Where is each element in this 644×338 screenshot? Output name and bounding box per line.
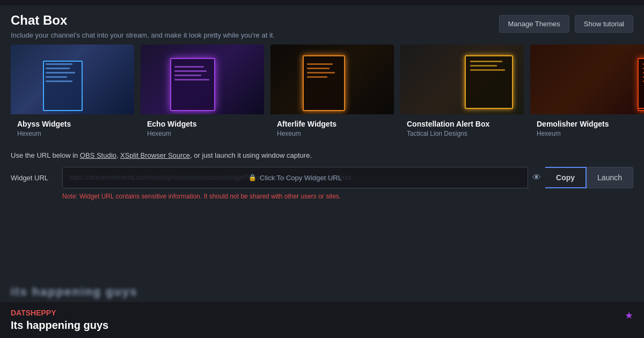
page-description: Include your channel's chat into your st… — [11, 31, 275, 39]
theme-info-demolisher: Demolisher Widgets Hexeum — [530, 114, 644, 143]
chat-username: DATSHEPPY — [11, 308, 625, 317]
afterlife-line-4 — [307, 76, 327, 78]
xsplit-link[interactable]: XSplit Browser Source — [120, 151, 190, 159]
theme-name-afterlife: Afterlife Widgets — [277, 120, 387, 128]
echo-line-1 — [174, 66, 204, 68]
page-title: Chat Box — [11, 13, 275, 28]
url-section: Use the URL below in OBS Studio, XSplit … — [0, 151, 644, 205]
abyss-line-1 — [46, 63, 72, 65]
theme-card-abyss[interactable]: Abyss Widgets Hexeum — [11, 45, 134, 143]
afterlife-line-1 — [307, 63, 333, 65]
theme-author-abyss: Hexeum — [17, 130, 128, 137]
header: Chat Box Include your channel's chat int… — [0, 5, 644, 45]
theme-info-abyss: Abyss Widgets Hexeum — [11, 114, 134, 143]
theme-thumbnail-abyss — [11, 45, 134, 114]
afterlife-line-3 — [307, 72, 335, 74]
url-copy-label[interactable]: 🔒 Click To Copy Widget URL — [248, 174, 342, 182]
theme-info-echo: Echo Widgets Hexeum — [141, 114, 264, 143]
theme-card-echo[interactable]: Echo Widgets Hexeum — [141, 45, 264, 143]
eye-toggle-button[interactable]: 👁 — [528, 173, 545, 182]
manage-themes-button[interactable]: Manage Themes — [499, 15, 569, 33]
theme-thumbnail-demolisher — [530, 45, 644, 114]
show-tutorial-button[interactable]: Show tutorial — [575, 15, 633, 33]
theme-name-echo: Echo Widgets — [147, 120, 258, 128]
theme-thumbnail-afterlife — [270, 45, 394, 114]
theme-card-afterlife[interactable]: Afterlife Widgets Hexeum — [270, 45, 394, 143]
lock-icon: 🔒 — [248, 174, 257, 181]
star-icon: ★ — [625, 310, 633, 321]
abyss-line-2 — [46, 68, 70, 69]
chat-message-box: DATSHEPPY Its happening guys ★ — [0, 302, 644, 338]
abyss-line-3 — [46, 72, 75, 74]
header-right: Manage Themes Show tutorial — [499, 15, 633, 33]
copy-label-text: Click To Copy Widget URL — [260, 174, 342, 182]
theme-card-constellation[interactable]: Constellation Alert Box Tactical Lion De… — [400, 45, 524, 143]
theme-info-afterlife: Afterlife Widgets Hexeum — [270, 114, 394, 143]
theme-thumbnail-echo — [141, 45, 264, 114]
widget-url-label: Widget URL — [11, 174, 54, 182]
theme-name-abyss: Abyss Widgets — [17, 120, 128, 128]
theme-author-constellation: Tactical Lion Designs — [407, 130, 517, 137]
themes-grid: Abyss Widgets Hexeum Echo Widgets Hexeum — [0, 45, 644, 143]
abyss-line-5 — [46, 80, 72, 82]
launch-button[interactable]: Launch — [587, 167, 633, 188]
constellation-box — [465, 55, 513, 109]
abyss-lines-overlay — [46, 63, 75, 82]
theme-info-constellation: Constellation Alert Box Tactical Lion De… — [400, 114, 524, 143]
echo-line-4 — [174, 79, 209, 80]
theme-name-constellation: Constellation Alert Box — [407, 120, 517, 128]
echo-line-3 — [174, 75, 201, 76]
theme-card-demolisher[interactable]: Demolisher Widgets Hexeum — [530, 45, 644, 143]
chat-blurred-text: its happening guys — [0, 281, 644, 302]
obs-link[interactable]: OBS Studio — [80, 151, 116, 159]
chat-preview: its happening guys DATSHEPPY Its happeni… — [0, 281, 644, 338]
const-line-3 — [470, 69, 505, 71]
theme-author-afterlife: Hexeum — [277, 130, 387, 137]
const-line-2 — [470, 65, 497, 67]
chat-message-inner: DATSHEPPY Its happening guys — [11, 308, 625, 332]
theme-name-demolisher: Demolisher Widgets — [537, 120, 644, 128]
chat-text: Its happening guys — [11, 319, 625, 332]
afterlife-lines-overlay — [307, 63, 335, 78]
theme-thumbnail-constellation — [400, 45, 524, 114]
echo-lines-overlay — [174, 66, 209, 80]
top-bar — [0, 0, 644, 5]
echo-line-2 — [174, 70, 207, 72]
copy-button[interactable]: Copy — [545, 167, 587, 188]
url-note: Note: Widget URL contains sensitive info… — [62, 193, 633, 200]
abyss-line-4 — [46, 76, 67, 78]
const-line-1 — [470, 61, 502, 62]
constellation-lines — [466, 56, 512, 75]
theme-author-demolisher: Hexeum — [537, 130, 644, 137]
afterlife-line-2 — [307, 68, 330, 69]
url-instruction: Use the URL below in OBS Studio, XSplit … — [11, 151, 633, 159]
header-left: Chat Box Include your channel's chat int… — [11, 13, 275, 39]
url-input-wrapper[interactable]: https://streamelements.com/overlay/xxxxx… — [62, 167, 528, 188]
widget-url-row: Widget URL https://streamelements.com/ov… — [11, 167, 633, 188]
theme-author-echo: Hexeum — [147, 130, 258, 137]
